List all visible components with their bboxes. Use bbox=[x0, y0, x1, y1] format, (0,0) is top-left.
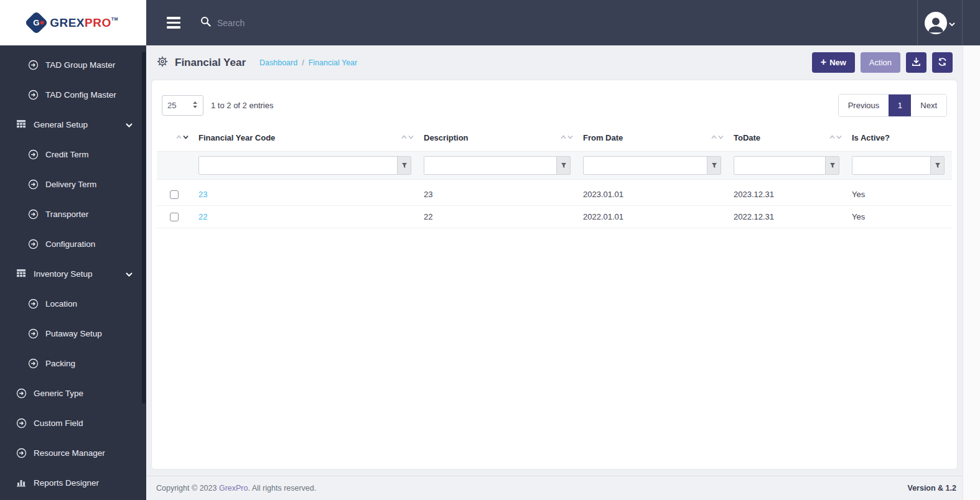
sidebar-item-delivery-term[interactable]: Delivery Term bbox=[0, 169, 146, 199]
filter-input-financial-year-code[interactable] bbox=[199, 157, 397, 174]
logo-text-grex: GREX bbox=[50, 16, 85, 30]
new-button[interactable]: + New bbox=[812, 52, 855, 73]
sidebar-item-label: Transporter bbox=[45, 210, 88, 219]
sidebar-item-general-setup[interactable]: General Setup bbox=[0, 109, 146, 139]
hamburger-menu-icon[interactable] bbox=[167, 17, 180, 29]
gear-icon bbox=[156, 55, 169, 70]
sort-icons[interactable] bbox=[401, 135, 414, 139]
cell-is-active: Yes bbox=[847, 180, 952, 206]
sidebar-scrollbar[interactable] bbox=[142, 52, 146, 404]
page-header: Financial Year Dashboard / Financial Yea… bbox=[146, 45, 963, 80]
sidebar-item-custom-field[interactable]: Custom Field bbox=[0, 408, 146, 438]
breadcrumb-financial-year[interactable]: Financial Year bbox=[309, 58, 358, 67]
filter-input-description[interactable] bbox=[424, 157, 556, 174]
arrow-circle-icon bbox=[16, 387, 27, 399]
pagination-page-1[interactable]: 1 bbox=[889, 95, 911, 116]
cell-description: 23 bbox=[419, 180, 578, 206]
filter-funnel-button[interactable] bbox=[397, 157, 411, 174]
download-button[interactable] bbox=[906, 52, 926, 73]
sidebar-item-location[interactable]: Location bbox=[0, 289, 146, 318]
sidebar-item-label: Location bbox=[45, 299, 77, 308]
sort-icons[interactable] bbox=[561, 135, 573, 139]
logo-panel: G GREXPROTM bbox=[0, 0, 146, 45]
grexpro-logo[interactable]: G GREXPROTM bbox=[28, 14, 118, 31]
sidebar-item-configuration[interactable]: Configuration bbox=[0, 229, 146, 259]
filter-funnel-button[interactable] bbox=[556, 157, 570, 174]
table-header-row: Financial Year Code Description From Dat… bbox=[157, 127, 952, 152]
sidebar-item-packing[interactable]: Packing bbox=[0, 348, 146, 378]
sidebar-item-label: Custom Field bbox=[34, 419, 83, 428]
row-code-link[interactable]: 22 bbox=[198, 212, 207, 221]
search-input[interactable] bbox=[217, 18, 404, 28]
filter-group bbox=[734, 156, 839, 175]
filter-input-to-date[interactable] bbox=[734, 157, 825, 174]
user-menu[interactable] bbox=[917, 0, 963, 45]
download-icon bbox=[912, 57, 921, 68]
filter-input-is-active[interactable] bbox=[852, 157, 930, 174]
col-header-description[interactable]: Description bbox=[419, 127, 578, 152]
page-size-select[interactable]: 25 bbox=[162, 95, 203, 116]
sidebar-item-credit-term[interactable]: Credit Term bbox=[0, 139, 146, 169]
col-label: Description bbox=[424, 133, 469, 142]
row-checkbox[interactable] bbox=[170, 190, 179, 199]
table-row: 22 22 2022.01.01 2022.12.31 Yes bbox=[157, 206, 952, 228]
col-header-is-active[interactable]: Is Active? bbox=[847, 127, 952, 152]
chevron-down-icon bbox=[126, 269, 133, 279]
col-label: ToDate bbox=[734, 133, 760, 142]
entries-info: 1 to 2 of 2 entries bbox=[211, 101, 273, 110]
col-header-from-date[interactable]: From Date bbox=[578, 127, 729, 152]
sidebar-item-resource-manager[interactable]: Resource Manager bbox=[0, 438, 146, 468]
filter-funnel-button[interactable] bbox=[707, 157, 721, 174]
cell-is-active: Yes bbox=[847, 206, 952, 228]
sidebar-item-generic-type[interactable]: Generic Type bbox=[0, 378, 146, 408]
sidebar-item-reports-designer[interactable]: Reports Designer bbox=[0, 468, 146, 498]
search-icon bbox=[200, 16, 211, 29]
filter-funnel-button[interactable] bbox=[930, 157, 944, 174]
breadcrumb-dashboard[interactable]: Dashboard bbox=[259, 58, 297, 67]
cell-to-date: 2022.12.31 bbox=[729, 206, 847, 228]
filter-row bbox=[157, 152, 952, 180]
logo-trademark: TM bbox=[111, 17, 118, 21]
sidebar-item-label: TAD Config Master bbox=[45, 90, 116, 100]
action-button[interactable]: Action bbox=[861, 52, 900, 73]
sidebar-item-inventory-setup[interactable]: Inventory Setup bbox=[0, 259, 146, 289]
sort-icons[interactable] bbox=[829, 135, 842, 139]
col-label: Financial Year Code bbox=[198, 133, 275, 142]
filter-group bbox=[198, 156, 411, 175]
row-code-link[interactable]: 23 bbox=[198, 190, 207, 199]
sidebar-item-label: Packing bbox=[45, 359, 75, 368]
pagination-next[interactable]: Next bbox=[911, 95, 946, 116]
cell-from-date: 2023.01.01 bbox=[578, 180, 729, 206]
version-text: Version & 1.2 bbox=[907, 484, 956, 493]
sidebar-item-label: Putaway Setup bbox=[45, 329, 102, 338]
footer-brand-link[interactable]: GrexPro bbox=[219, 484, 248, 493]
filter-group bbox=[424, 156, 571, 175]
arrow-circle-icon bbox=[27, 298, 39, 309]
sidebar-item-tad-config-master[interactable]: TAD Config Master bbox=[0, 80, 146, 109]
sidebar-item-putaway-setup[interactable]: Putaway Setup bbox=[0, 318, 146, 348]
breadcrumb: Dashboard / Financial Year bbox=[259, 58, 357, 67]
bar-chart-icon bbox=[16, 477, 27, 488]
filter-cell-empty bbox=[157, 152, 194, 180]
page-size-value: 25 bbox=[167, 101, 192, 110]
sidebar-item-tad-group-master[interactable]: TAD Group Master bbox=[0, 50, 146, 80]
pagination-previous[interactable]: Previous bbox=[839, 95, 889, 116]
sidebar-item-label: Credit Term bbox=[45, 150, 89, 159]
grid-icon bbox=[16, 119, 27, 130]
topbar-spacer bbox=[963, 0, 980, 45]
arrow-circle-icon bbox=[27, 89, 39, 100]
sort-icons[interactable] bbox=[711, 135, 724, 139]
sort-icons[interactable] bbox=[176, 135, 189, 139]
filter-funnel-button[interactable] bbox=[825, 157, 839, 174]
col-header-financial-year-code[interactable]: Financial Year Code bbox=[194, 127, 419, 152]
breadcrumb-separator: / bbox=[302, 58, 304, 67]
new-button-label: New bbox=[829, 58, 846, 67]
filter-input-from-date[interactable] bbox=[584, 157, 707, 174]
row-checkbox[interactable] bbox=[170, 213, 179, 221]
sidebar: G GREXPROTM TAD Group Master TAD Config … bbox=[0, 0, 146, 500]
refresh-button[interactable] bbox=[932, 52, 953, 73]
page-scrollbar[interactable] bbox=[963, 45, 980, 500]
arrow-circle-icon bbox=[27, 238, 39, 249]
footer: Copyright © 2023 GrexPro. All rights res… bbox=[146, 476, 963, 500]
sidebar-item-transporter[interactable]: Transporter bbox=[0, 199, 146, 229]
